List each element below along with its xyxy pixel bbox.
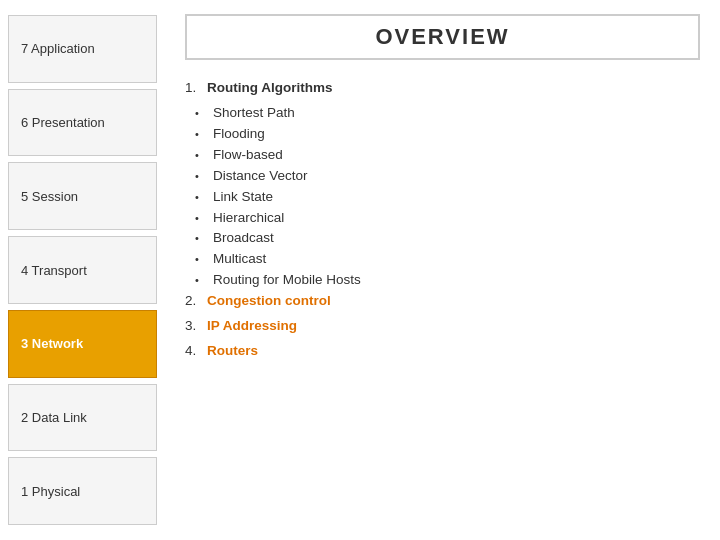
section-number: 1. [185,78,207,99]
sidebar: 7 Application6 Presentation5 Session4 Tr… [0,0,165,540]
sub-item: •Broadcast [195,228,700,249]
sub-item-label: Flow-based [213,145,283,166]
sidebar-item-application[interactable]: 7 Application [8,15,157,83]
sub-item: •Distance Vector [195,166,700,187]
section-label: Routers [207,341,258,362]
sub-item-label: Multicast [213,249,266,270]
bullet-icon: • [195,124,213,143]
sidebar-item-session[interactable]: 5 Session [8,162,157,230]
sidebar-item-transport[interactable]: 4 Transport [8,236,157,304]
sub-item-label: Broadcast [213,228,274,249]
sidebar-item-network[interactable]: 3 Network [8,310,157,378]
section-item: 2.Congestion control [185,291,700,312]
bullet-icon: • [195,166,213,185]
sub-item: •Multicast [195,249,700,270]
bullet-icon: • [195,249,213,268]
sidebar-item-physical[interactable]: 1 Physical [8,457,157,525]
main-content: OVERVIEW 1.Routing Algorithms•Shortest P… [165,0,720,540]
section-label: IP Addressing [207,316,297,337]
sub-item: •Link State [195,187,700,208]
sub-item-label: Distance Vector [213,166,308,187]
section-item: 1.Routing Algorithms•Shortest Path•Flood… [185,78,700,291]
bullet-icon: • [195,187,213,206]
bullet-icon: • [195,270,213,289]
section-number: 2. [185,291,207,312]
sub-item: •Flow-based [195,145,700,166]
sub-item-label: Flooding [213,124,265,145]
section-item: 3.IP Addressing [185,316,700,337]
content-list: 1.Routing Algorithms•Shortest Path•Flood… [185,78,700,366]
sub-item: •Hierarchical [195,208,700,229]
section-number: 4. [185,341,207,362]
bullet-icon: • [195,103,213,122]
bullet-icon: • [195,228,213,247]
section-number: 3. [185,316,207,337]
sub-item-label: Link State [213,187,273,208]
section-label: Congestion control [207,291,331,312]
bullet-icon: • [195,145,213,164]
sidebar-item-presentation[interactable]: 6 Presentation [8,89,157,157]
sidebar-item-datalink[interactable]: 2 Data Link [8,384,157,452]
sub-item-label: Shortest Path [213,103,295,124]
section-label: Routing Algorithms [207,78,332,99]
sub-item-label: Hierarchical [213,208,284,229]
section-item: 4.Routers [185,341,700,362]
overview-title: OVERVIEW [185,14,700,60]
sub-item: •Flooding [195,124,700,145]
sub-item: •Shortest Path [195,103,700,124]
sub-item: •Routing for Mobile Hosts [195,270,700,291]
bullet-icon: • [195,208,213,227]
sub-item-label: Routing for Mobile Hosts [213,270,361,291]
